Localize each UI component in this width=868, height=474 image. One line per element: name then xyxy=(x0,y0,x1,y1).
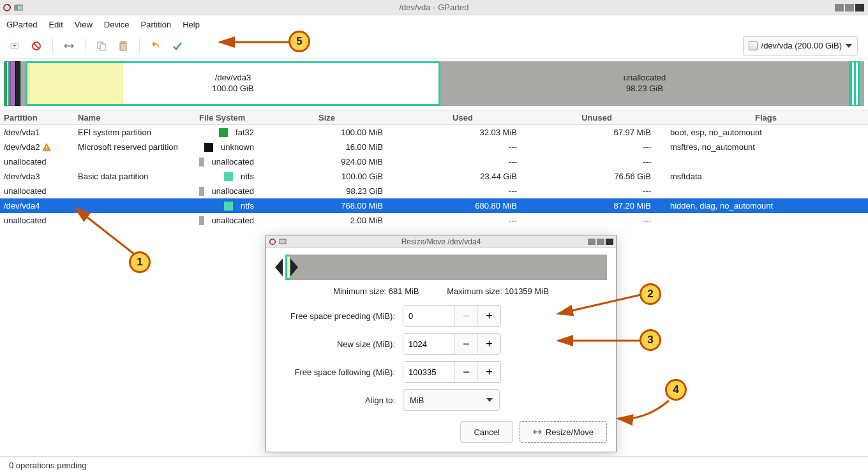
svg-rect-2 xyxy=(15,5,18,10)
col-fs[interactable]: File System xyxy=(195,110,258,124)
align-combo[interactable]: MiB xyxy=(403,389,500,411)
diskmap-vda2[interactable] xyxy=(10,61,15,106)
svg-rect-12 xyxy=(47,149,47,149)
annotation-2: 2 xyxy=(640,283,661,305)
cell-partition: unallocated xyxy=(0,216,74,225)
diskmap-vda3[interactable]: /dev/vda3100.00 GiB xyxy=(26,61,440,106)
col-size[interactable]: Size xyxy=(258,110,396,124)
dialog-title: Resize/Move /dev/vda4 xyxy=(401,237,481,246)
diskmap-vda1[interactable] xyxy=(4,61,10,106)
align-value: MiB xyxy=(410,396,424,405)
col-flags[interactable]: Flags xyxy=(664,110,868,124)
label-following: Free space following (MiB): xyxy=(275,367,403,377)
dialog-min-button[interactable] xyxy=(588,239,595,245)
diskmap-segment[interactable] xyxy=(15,61,20,106)
preceding-minus-button[interactable]: − xyxy=(454,306,477,326)
cell-name: Basic data partition xyxy=(74,172,195,181)
cell-unused: --- xyxy=(530,216,664,225)
diskmap-unalloc-1[interactable] xyxy=(20,61,26,106)
cell-partition: /dev/vda1 xyxy=(0,128,74,137)
menu-help[interactable]: Help xyxy=(183,20,200,29)
copy-button[interactable] xyxy=(91,36,112,56)
cancel-button[interactable]: Cancel xyxy=(460,421,513,443)
preceding-stepper[interactable]: − + xyxy=(403,305,501,327)
undo-button[interactable] xyxy=(145,36,167,56)
new-partition-button[interactable]: + xyxy=(4,36,26,56)
menu-bar: GParted Edit View Device Partition Help xyxy=(0,15,868,33)
cell-flags: hidden, diag, no_automount xyxy=(664,201,868,211)
table-row[interactable]: unallocatedunallocated924.00 MiB------ xyxy=(0,154,868,169)
annotation-5: 5 xyxy=(288,31,310,52)
newsize-input[interactable] xyxy=(403,334,454,354)
maximize-button[interactable] xyxy=(845,4,854,11)
cell-unused: --- xyxy=(530,142,664,152)
resize-slider[interactable] xyxy=(275,255,607,280)
menu-view[interactable]: View xyxy=(75,20,93,29)
resize-handle-right[interactable] xyxy=(290,258,298,276)
app-icon xyxy=(14,3,23,12)
chevron-down-icon xyxy=(486,398,493,402)
resize-track[interactable] xyxy=(285,255,607,280)
cell-flags: boot, esp, no_automount xyxy=(664,128,868,137)
paste-button[interactable] xyxy=(112,36,134,56)
resize-move-button[interactable] xyxy=(58,36,80,56)
disk-map: /dev/vda3100.00 GiB unallocated98.23 GiB xyxy=(4,61,864,106)
size-limits: Minimum size: 681 MiB Maximum size: 1013… xyxy=(275,286,607,296)
cell-flags: msftdata xyxy=(664,172,868,181)
preceding-input[interactable] xyxy=(403,306,454,326)
svg-rect-10 xyxy=(121,41,125,43)
table-row[interactable]: unallocatedunallocated98.23 GiB------ xyxy=(0,184,868,198)
menu-device[interactable]: Device xyxy=(104,20,130,29)
resize-icon xyxy=(533,427,542,436)
cell-used: --- xyxy=(396,216,530,225)
table-row[interactable]: /dev/vda2Microsoft reserved partitionunk… xyxy=(0,140,868,154)
col-name[interactable]: Name xyxy=(74,110,195,124)
dialog-close-button[interactable] xyxy=(606,239,613,245)
following-minus-button[interactable]: − xyxy=(454,362,477,382)
newsize-plus-button[interactable]: + xyxy=(477,334,500,354)
diskmap-unalloc-3[interactable] xyxy=(860,61,864,106)
cell-partition: /dev/vda3 xyxy=(0,172,74,181)
cell-fs: unallocated xyxy=(195,216,258,225)
cell-fs: unknown xyxy=(195,142,258,152)
cell-fs: ntfs xyxy=(195,172,258,181)
svg-point-13 xyxy=(270,239,276,244)
svg-line-6 xyxy=(34,43,39,48)
cell-size: 2.00 MiB xyxy=(258,216,396,225)
table-row[interactable]: /dev/vda3Basic data partitionntfs100.00 … xyxy=(0,169,868,184)
following-input[interactable] xyxy=(403,362,454,382)
diskmap-vda4[interactable] xyxy=(849,61,860,106)
table-row[interactable]: /dev/vda4ntfs768.00 MiB680.80 MiB87.20 M… xyxy=(0,198,868,213)
menu-edit[interactable]: Edit xyxy=(49,20,63,29)
following-plus-button[interactable]: + xyxy=(477,362,500,382)
preceding-plus-button[interactable]: + xyxy=(477,306,500,326)
cell-fs: unallocated xyxy=(195,186,258,196)
table-row[interactable]: unallocatedunallocated2.00 MiB------ xyxy=(0,213,868,228)
table-row[interactable]: /dev/vda1EFI system partitionfat32100.00… xyxy=(0,125,868,140)
diskmap-unalloc-2[interactable]: unallocated98.23 GiB xyxy=(440,61,849,106)
menu-partition[interactable]: Partition xyxy=(141,20,172,29)
col-used[interactable]: Used xyxy=(396,110,530,124)
delete-partition-button[interactable] xyxy=(26,36,47,56)
cell-unused: 76.56 GiB xyxy=(530,172,664,181)
following-stepper[interactable]: − + xyxy=(403,361,501,383)
apply-button[interactable] xyxy=(167,36,188,56)
cell-used: 23.44 GiB xyxy=(396,172,530,181)
close-button[interactable] xyxy=(855,4,864,11)
resize-handle-left[interactable] xyxy=(275,258,283,276)
window-controls xyxy=(834,4,864,11)
menu-gparted[interactable]: GParted xyxy=(6,20,37,29)
cell-partition: unallocated xyxy=(0,186,74,196)
dialog-max-button[interactable] xyxy=(597,239,604,245)
cell-size: 768.00 MiB xyxy=(258,201,396,211)
resize-move-confirm-button[interactable]: Resize/Move xyxy=(520,421,607,443)
device-picker[interactable]: /dev/vda (200.00 GiB) xyxy=(743,36,858,56)
col-unused[interactable]: Unused xyxy=(530,110,664,124)
cell-name: EFI system partition xyxy=(74,128,195,137)
newsize-minus-button[interactable]: − xyxy=(454,334,477,354)
newsize-stepper[interactable]: − + xyxy=(403,333,501,355)
col-partition[interactable]: Partition xyxy=(0,110,74,124)
minimize-button[interactable] xyxy=(835,4,844,11)
debian-icon xyxy=(269,238,276,246)
cell-unused: --- xyxy=(530,157,664,167)
